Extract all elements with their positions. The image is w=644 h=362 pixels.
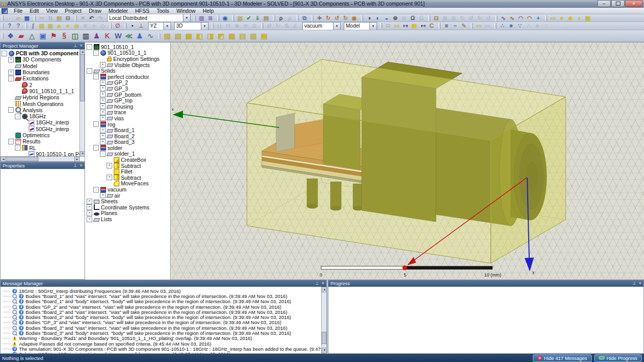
copy-image-icon[interactable]: ⧉ (300, 14, 309, 22)
w-plot-icon[interactable]: W (113, 31, 123, 41)
unite-icon[interactable]: ⊔ (215, 23, 224, 30)
tree-item[interactable]: + Visible Objects (87, 62, 170, 68)
expand-toggle[interactable]: + (100, 127, 106, 133)
tree-item[interactable]: + Subtract (87, 175, 170, 181)
tree-item[interactable]: - RL (2, 144, 85, 151)
pan-view-icon[interactable]: ◐ (373, 14, 382, 22)
birds-icon[interactable]: ≪ (123, 31, 134, 41)
rotate-y-icon[interactable]: ↺ (333, 14, 341, 22)
draw-spline-icon[interactable]: ◠ (525, 14, 534, 22)
vertical-scrollbar[interactable]: ▲ ▼ (321, 287, 326, 353)
orbit-3-icon[interactable]: ↻ (475, 14, 484, 22)
material-combo[interactable]: vacuum ▼ (302, 22, 341, 30)
move-icon[interactable]: ⇄ (265, 23, 274, 30)
context-help-icon[interactable]: ? (14, 23, 23, 30)
tree-item[interactable]: - PCB with 3D component 901-10510 (2, 50, 85, 56)
vacuum-region-box[interactable] (247, 59, 566, 263)
fields-show-icon[interactable]: ∵ (515, 23, 524, 30)
expand-toggle[interactable]: - (8, 139, 14, 144)
waves-icon[interactable]: ∿ (145, 31, 156, 41)
view-bottom-icon[interactable]: ▨ (173, 31, 183, 41)
tree-item[interactable]: - perfect conductor (87, 74, 170, 80)
draw-helix-icon[interactable]: ≋ (81, 23, 90, 30)
expand-toggle[interactable]: + (100, 139, 106, 145)
expand-toggle[interactable]: - (100, 151, 106, 157)
pin-icon[interactable]: ⊥ (73, 44, 77, 48)
rotate-icon[interactable]: ↻ (274, 23, 282, 30)
tree-item[interactable]: 901_10510_1_1_1 (2, 88, 85, 94)
tree-item[interactable]: + Planes (87, 210, 170, 217)
undo-icon[interactable]: ↶ (87, 14, 96, 22)
tree-item[interactable]: + 3D Components (2, 56, 85, 62)
tree-item[interactable]: 18GHz_interp (2, 119, 85, 125)
draw-rectangle-icon[interactable]: ▭ (549, 14, 557, 22)
draw-sphere-icon[interactable]: ● (64, 23, 72, 30)
scale-icon[interactable]: ∠ (291, 23, 300, 30)
scroll-up-icon[interactable]: ▲ (322, 287, 326, 292)
message-row[interactable]: Bodies "Board_2" and "body" intersect. "… (1, 314, 326, 320)
section-plane-icon[interactable]: ▭ (474, 23, 483, 30)
draw-torus-icon[interactable]: ◎ (72, 23, 81, 30)
point-icon[interactable]: • (128, 23, 137, 30)
hide-messages-button[interactable]: Hide 417 Messages (533, 354, 592, 362)
expand-toggle[interactable]: + (100, 110, 106, 115)
pause-queue-icon[interactable]: ◉ (221, 14, 230, 22)
tree-item[interactable]: Hybrid Regions (2, 94, 85, 100)
expand-toggle[interactable]: + (100, 193, 106, 198)
submit-analysis-icon[interactable]: ⇓ (253, 14, 262, 22)
expand-toggle[interactable]: - (8, 107, 14, 113)
view-left-icon[interactable]: ◨ (205, 31, 216, 41)
message-row[interactable]: Warning - Boundary 'Rad1' and Boundary '… (1, 336, 326, 341)
tree-item[interactable]: + trace (87, 110, 170, 116)
chevron-down-icon[interactable]: ▼ (369, 23, 377, 30)
align-edge-icon[interactable]: ▣ (410, 23, 419, 30)
draw-line-icon[interactable]: ∿ (499, 14, 508, 22)
tree-item[interactable]: + Sheets (87, 198, 170, 204)
solve-setup-combo[interactable]: Local Distributed ▼ (107, 14, 191, 22)
view-right-icon[interactable]: ◩ (216, 31, 226, 41)
tree-item[interactable]: - solder_1 (87, 151, 170, 157)
tree-item[interactable]: - 901_10510_1_1 (87, 50, 170, 56)
3d-modeler-viewport[interactable]: 0 5 10 (mm) x y (170, 42, 644, 280)
tree-item[interactable]: + Boundaries (2, 69, 85, 75)
save-icon[interactable]: ▦ (23, 14, 31, 22)
expand-toggle[interactable]: + (8, 57, 14, 62)
expand-toggle[interactable]: + (87, 199, 92, 204)
mirror-icon[interactable]: ⇅ (282, 23, 291, 30)
tree-item[interactable]: - Analysis (2, 107, 85, 113)
tree-item[interactable]: + Board_1 (87, 127, 170, 133)
message-row[interactable]: Bodies "Board_3" and "body" intersect. "… (1, 330, 326, 335)
expand-toggle[interactable]: + (100, 103, 106, 109)
fit-region-icon[interactable]: ⊞ (449, 14, 458, 22)
message-row[interactable]: The simulation: 901-X 3D Components : PC… (1, 346, 326, 351)
tree-item[interactable]: 2 (2, 81, 85, 88)
expand-toggle[interactable]: + (100, 115, 106, 121)
message-row[interactable]: Bodies "Board_2" and "vias" intersect. "… (1, 309, 326, 314)
menu-item[interactable]: Edit (26, 8, 43, 14)
draw-polyline-icon[interactable]: ∿ (508, 14, 516, 22)
view-top-icon[interactable]: ▧ (162, 31, 173, 41)
binoculars-icon[interactable]: ◫ (70, 31, 80, 41)
tree-item[interactable]: + GP_2 (87, 80, 170, 86)
message-row[interactable]: Bodies "GP_2" and "vias" intersect. "via… (1, 304, 326, 309)
message-row[interactable]: Solution '18GHz : 18GHz_interp' interpol… (1, 352, 326, 353)
tree-item[interactable]: Encryption Settings (87, 56, 170, 62)
expand-toggle[interactable]: + (107, 175, 112, 180)
people-icon[interactable]: ♟ (134, 31, 145, 41)
paste-icon[interactable]: ▤ (55, 14, 64, 22)
expand-toggle[interactable]: - (93, 121, 99, 127)
analyze-all-icon[interactable]: ✔ (244, 14, 253, 22)
chevron-down-icon[interactable]: ▼ (163, 23, 171, 30)
tree-item[interactable]: + GP_3 (87, 86, 170, 92)
redo-icon[interactable]: ↷ (96, 14, 105, 22)
message-row[interactable]: Bodies "Board_1" and "vias" intersect. "… (1, 293, 326, 299)
new-icon[interactable]: ▯ (5, 14, 14, 22)
collapse-list-icon[interactable]: − (451, 23, 460, 30)
undo-view-icon[interactable]: Ω (408, 14, 417, 22)
search-alt-icon[interactable]: ρ (285, 14, 294, 22)
menu-item[interactable]: Modeler (105, 8, 132, 14)
analyze-setup-icon[interactable]: △ (27, 31, 37, 41)
draw-sweep-icon[interactable]: ≈ (90, 23, 98, 30)
tree-item[interactable]: - Results (2, 138, 85, 144)
submit-job-icon[interactable]: ▥ (197, 14, 206, 22)
